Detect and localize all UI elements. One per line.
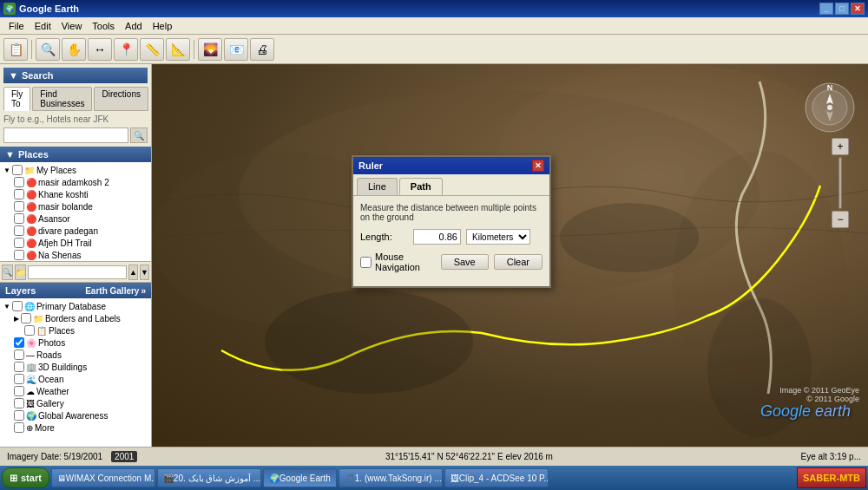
toolbar-btn-10[interactable]: 🖨: [250, 38, 274, 61]
item-checkbox[interactable]: [14, 213, 24, 224]
toolbar-btn-2[interactable]: 🔍: [36, 38, 60, 61]
toolbar-btn-7[interactable]: 📐: [166, 38, 190, 61]
layer-more[interactable]: ⊕ More: [12, 421, 149, 434]
layer-checkbox[interactable]: [14, 410, 24, 421]
ruler-line-tab[interactable]: Line: [357, 178, 398, 195]
layer-checkbox[interactable]: [14, 374, 24, 384]
list-item[interactable]: 🔴 divare padegan: [12, 225, 149, 237]
menu-tools[interactable]: Tools: [87, 19, 120, 33]
start-button[interactable]: ⊞ start: [2, 467, 49, 488]
layer-checkbox[interactable]: [14, 398, 24, 408]
tab-fly-to[interactable]: Fly To: [3, 87, 30, 111]
earth-gallery-icon[interactable]: »: [141, 286, 146, 296]
taskbar-item-3[interactable]: 🎵 1. (www.TakSong.ir) ...: [339, 468, 443, 487]
layers-header[interactable]: Layers Earth Gallery »: [0, 283, 151, 298]
toolbar-btn-9[interactable]: 📧: [224, 38, 248, 61]
places-expand-icon: ▼: [5, 149, 15, 160]
my-places-checkbox[interactable]: [12, 165, 23, 175]
save-button[interactable]: Save: [441, 254, 489, 270]
search-go-button[interactable]: 🔍: [130, 127, 148, 143]
menu-file[interactable]: File: [3, 19, 30, 33]
taskbar-item-1[interactable]: 🎬 20. آموزش شاق بایک ...: [157, 468, 261, 487]
minimize-button[interactable]: _: [819, 3, 833, 15]
toolbar-btn-1[interactable]: 📋: [3, 38, 28, 61]
taskbar-label-0: WIMAX Connection M...: [66, 474, 155, 483]
places-add-btn[interactable]: 🔍: [2, 265, 13, 280]
menu-bar: File Edit View Tools Add Help: [0, 17, 868, 35]
list-item[interactable]: 🔴 Na Shenas: [12, 249, 149, 261]
layer-checkbox[interactable]: [14, 386, 24, 396]
item-checkbox[interactable]: [14, 250, 24, 260]
search-input[interactable]: [3, 127, 128, 143]
list-item[interactable]: 🔴 Khane koshti: [12, 188, 149, 200]
toolbar-btn-5[interactable]: 📍: [114, 38, 138, 61]
item-checkbox[interactable]: [14, 177, 24, 187]
ruler-path-tab[interactable]: Path: [399, 178, 443, 195]
layer-checkbox[interactable]: [14, 350, 24, 360]
layer-borders[interactable]: ▶ 📁 Borders and Labels: [12, 312, 149, 324]
tab-find-businesses[interactable]: Find Businesses: [32, 87, 92, 111]
search-header[interactable]: ▼ Search: [3, 68, 148, 83]
toolbar-btn-4[interactable]: ↔: [88, 38, 112, 61]
toolbar-btn-6[interactable]: 📏: [140, 38, 164, 61]
layer-ocean[interactable]: 🌊 Ocean: [12, 373, 149, 385]
layer-checkbox[interactable]: [24, 325, 35, 336]
menu-add[interactable]: Add: [120, 19, 148, 33]
layer-roads[interactable]: — Roads: [12, 349, 149, 361]
zoom-out-button[interactable]: −: [832, 211, 849, 228]
status-bar: Imagery Date: 5/19/2001 2001 31°15'15.41…: [0, 447, 868, 466]
layer-checkbox[interactable]: [21, 313, 31, 323]
layer-checkbox[interactable]: [14, 362, 24, 372]
toolbar-btn-3[interactable]: ✋: [62, 38, 86, 61]
places-toolbar: 🔍 📁 ▲ ▼: [0, 261, 151, 282]
zoom-slider[interactable]: [838, 157, 842, 209]
dialog-close-button[interactable]: ✕: [532, 160, 544, 172]
mouse-navigation-checkbox[interactable]: [360, 257, 372, 268]
taskbar-item-2[interactable]: 🌍 Google Earth: [263, 468, 337, 487]
item-checkbox[interactable]: [14, 189, 24, 199]
dialog-title-bar: Ruler ✕: [353, 157, 549, 174]
layer-checkbox[interactable]: [12, 301, 23, 311]
list-item[interactable]: 🔴 Asansor: [12, 212, 149, 225]
layer-photos[interactable]: 🌸 Photos: [12, 336, 149, 349]
unit-select[interactable]: Kilometers Miles Meters Feet: [466, 229, 530, 245]
length-input[interactable]: [413, 229, 461, 245]
places-up-btn[interactable]: ▲: [128, 265, 138, 280]
menu-edit[interactable]: Edit: [30, 19, 56, 33]
zoom-in-button[interactable]: +: [832, 138, 849, 155]
menu-view[interactable]: View: [56, 19, 88, 33]
places-my-places[interactable]: ▼ 📁 My Places: [2, 164, 149, 176]
navigation-controls[interactable]: N: [804, 82, 856, 134]
item-icon: 🔴: [26, 202, 36, 212]
list-item[interactable]: 🔴 Afjeh DH Trail: [12, 237, 149, 249]
layer-checkbox[interactable]: [14, 422, 24, 433]
layer-3d-buildings[interactable]: 🏢 3D Buildings: [12, 361, 149, 373]
map-area[interactable]: N + − Image © 2011 GeoEye © 2011 Google: [152, 64, 868, 447]
list-item[interactable]: 🔴 masir adamkosh 2: [12, 176, 149, 188]
layer-primary-db[interactable]: ▼ 🌐 Primary Database: [2, 300, 149, 312]
places-down-btn[interactable]: ▼: [140, 265, 149, 280]
layers-section: Layers Earth Gallery » ▼ 🌐 Primary Datab…: [0, 282, 151, 447]
maximize-button[interactable]: □: [835, 3, 849, 15]
taskbar-item-4[interactable]: 🖼 Clip_4 - ACDSee 10 P...: [444, 468, 549, 487]
tab-directions[interactable]: Directions: [94, 87, 148, 111]
toolbar-btn-8[interactable]: 🌄: [198, 38, 222, 61]
layer-global-awareness[interactable]: 🌍 Global Awareness: [12, 409, 149, 421]
list-item[interactable]: 🔴 masir bolande: [12, 200, 149, 212]
item-checkbox[interactable]: [14, 225, 24, 236]
places-search-input[interactable]: [28, 265, 127, 279]
places-label: Places: [18, 149, 49, 160]
menu-help[interactable]: Help: [148, 19, 178, 33]
item-checkbox[interactable]: [14, 238, 24, 248]
taskbar-item-0[interactable]: 🖥 WIMAX Connection M...: [51, 468, 155, 487]
clear-button[interactable]: Clear: [494, 254, 542, 270]
layer-gallery[interactable]: 🖼 Gallery: [12, 397, 149, 409]
item-checkbox[interactable]: [14, 201, 24, 212]
places-folder-btn[interactable]: 📁: [15, 265, 26, 280]
layer-places[interactable]: 📋 Places: [23, 324, 149, 336]
places-header[interactable]: ▼ Places: [0, 147, 151, 162]
layer-icon: 🏢: [26, 363, 36, 372]
layer-checkbox[interactable]: [14, 337, 24, 348]
close-button[interactable]: ✕: [851, 3, 865, 15]
layer-weather[interactable]: ☁ Weather: [12, 385, 149, 397]
